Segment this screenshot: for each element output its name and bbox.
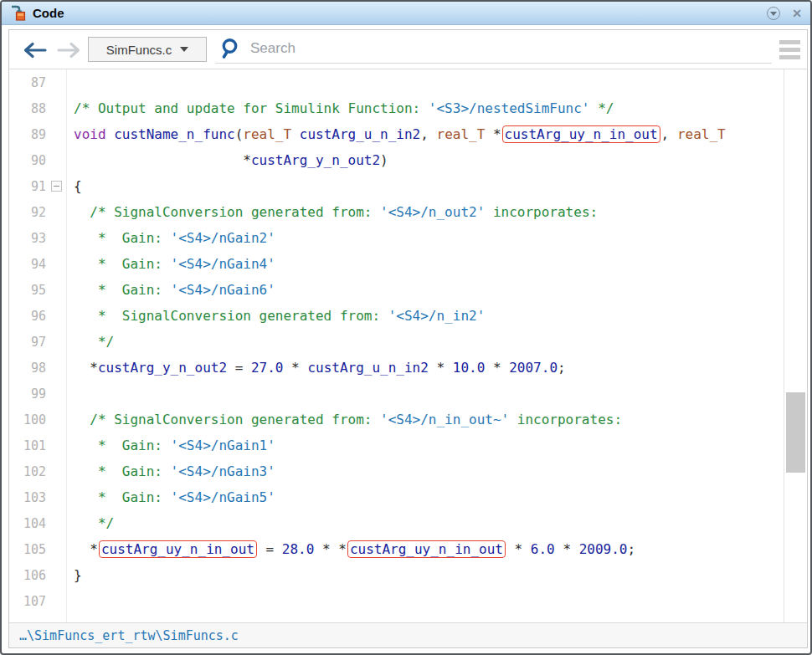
code-text: =: [258, 541, 282, 557]
code-line: 94 * Gain: '<S4>/nGain4': [9, 251, 784, 277]
line-number: 92: [11, 205, 46, 220]
number-literal: 27.0: [251, 360, 284, 376]
identifier-link[interactable]: custArg_y_n_out2: [98, 360, 227, 376]
search-field: [215, 34, 772, 64]
code-text: ,: [661, 126, 677, 142]
comment-text: /* SignalConversion generated from:: [74, 412, 380, 427]
model-element-link[interactable]: '<S3>/nestedSimFunc': [429, 100, 590, 116]
code-text: *: [485, 126, 501, 142]
scrollbar-thumb[interactable]: [786, 392, 805, 473]
keyword-token: void: [74, 126, 106, 142]
search-input[interactable]: [249, 39, 772, 58]
line-number: 94: [11, 257, 46, 272]
forward-button[interactable]: [56, 41, 83, 59]
window-title: Code: [33, 6, 64, 20]
line-number: 105: [11, 542, 46, 557]
code-text: *: [74, 360, 98, 376]
line-number: 99: [11, 386, 46, 402]
code-text: *: [555, 541, 579, 557]
comment-text: /* Output and update for Simulink Functi…: [74, 100, 429, 116]
search-icon: [218, 37, 241, 60]
vertical-scrollbar[interactable]: [784, 69, 807, 622]
identifier-link[interactable]: custArg_u_n_in2: [300, 126, 421, 142]
line-number: 96: [11, 309, 46, 324]
menu-bar: [779, 48, 800, 52]
chevron-down-icon: [770, 12, 777, 16]
code-text: [291, 126, 300, 142]
code-text: }: [74, 567, 82, 583]
model-element-link[interactable]: '<S4>/nGain2': [171, 230, 275, 246]
comment-text: * Gain:: [74, 489, 171, 505]
identifier-link[interactable]: custArg_y_n_out2: [251, 152, 380, 168]
toolbar: SimFuncs.c: [9, 30, 807, 69]
code-lines: 8788/* Output and update for Simulink Fu…: [9, 69, 784, 622]
code-text: {: [74, 178, 82, 194]
line-number: 104: [11, 516, 46, 531]
type-token: real_T: [243, 126, 291, 142]
model-element-link[interactable]: '<S4>/n_in2': [388, 308, 486, 324]
line-number: 89: [11, 127, 46, 142]
code-badge-icon: [10, 5, 27, 21]
comment-text: */: [74, 334, 114, 350]
model-element-link[interactable]: '<S4>/nGain3': [171, 463, 275, 479]
fold-collapse-icon[interactable]: [51, 181, 62, 192]
model-element-link[interactable]: '<S4>/nGain6': [171, 282, 275, 298]
code-line: 101 * Gain: '<S4>/nGain1': [9, 432, 784, 458]
model-element-link[interactable]: '<S4>/nGain4': [171, 256, 275, 272]
code-text: *: [74, 541, 98, 557]
model-element-link[interactable]: '<S4>/nGain1': [171, 438, 275, 453]
code-line: 89void custName_n_func(real_T custArg_u_…: [9, 121, 784, 147]
comment-text: * Gain:: [74, 256, 171, 272]
comment-text: * Gain:: [74, 438, 171, 453]
type-token: real_T: [677, 126, 726, 142]
dropdown-caret-icon: [180, 47, 188, 52]
code-line: 92 /* SignalConversion generated from: '…: [9, 199, 784, 225]
line-number: 91: [11, 179, 46, 194]
code-text: *: [283, 360, 307, 376]
line-number: 102: [11, 464, 46, 479]
model-element-link[interactable]: '<S4>/n_out2': [380, 204, 485, 220]
code-line: 97 */: [9, 329, 784, 355]
code-line: 88/* Output and update for Simulink Func…: [9, 95, 784, 121]
code-text: (: [235, 126, 244, 142]
code-text: ,: [420, 126, 436, 142]
model-element-link[interactable]: '<S4>/n_in_out~': [380, 412, 509, 427]
code-line: 104 */: [9, 510, 784, 536]
comment-text: * Gain:: [74, 230, 171, 246]
line-number: 87: [11, 75, 46, 90]
menu-bar: [779, 40, 800, 44]
title-bar: Code ✕: [2, 2, 810, 25]
code-line: 90 *custArg_y_n_out2): [9, 147, 784, 173]
code-view-window: Code ✕ SimFuncs.c: [0, 0, 812, 655]
dock-menu-icon[interactable]: [767, 7, 780, 20]
identifier-link[interactable]: custArg_u_n_in2: [307, 360, 429, 376]
code-line: 105 *custArg_uy_n_in_out = 28.0 * *custA…: [9, 536, 784, 562]
code-line: 93 * Gain: '<S4>/nGain2': [9, 225, 784, 251]
line-number: 90: [11, 153, 46, 168]
close-icon[interactable]: ✕: [792, 8, 802, 19]
comment-text: * Gain:: [74, 282, 171, 298]
status-bar: …\SimFuncs_ert_rtw\SimFuncs.c: [9, 622, 807, 647]
highlighted-identifier[interactable]: custArg_uy_n_in_out: [347, 540, 506, 558]
code-text: ;: [627, 541, 635, 557]
comment-text: */: [590, 100, 614, 116]
line-number: 93: [11, 231, 46, 246]
file-path-link[interactable]: …\SimFuncs_ert_rtw\SimFuncs.c: [19, 628, 239, 643]
identifier-link[interactable]: custName_n_func: [114, 126, 235, 142]
file-selector-dropdown[interactable]: SimFuncs.c: [88, 37, 207, 62]
highlighted-identifier[interactable]: custArg_uy_n_in_out: [502, 125, 660, 143]
code-line: 91{: [9, 173, 784, 199]
line-number: 97: [11, 335, 46, 350]
code-line: 96 * SignalConversion generated from: '<…: [9, 303, 784, 329]
highlighted-identifier[interactable]: custArg_uy_n_in_out: [99, 540, 257, 558]
code-line: 87: [9, 69, 784, 95]
model-element-link[interactable]: '<S4>/nGain5': [171, 489, 275, 505]
line-number: 95: [11, 283, 46, 298]
code-editor: 8788/* Output and update for Simulink Fu…: [9, 69, 807, 622]
back-button[interactable]: [21, 41, 48, 59]
comment-text: * SignalConversion generated from:: [74, 308, 388, 324]
code-text: *: [506, 541, 531, 557]
menu-icon[interactable]: [779, 40, 800, 59]
code-text: =: [227, 360, 251, 376]
code-text: ): [380, 152, 388, 168]
